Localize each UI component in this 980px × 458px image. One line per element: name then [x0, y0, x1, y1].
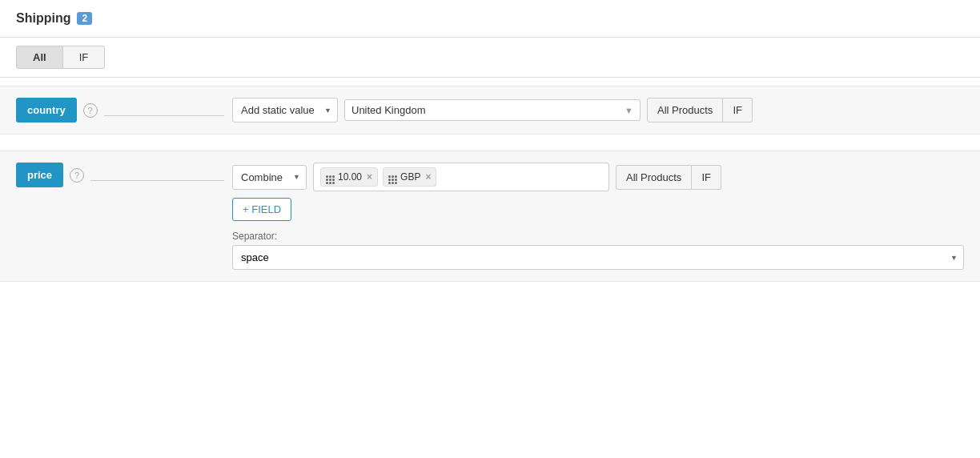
price-help-icon[interactable]: ?	[70, 168, 84, 183]
price-tags-area: 10.00 × GBP ×	[313, 163, 609, 191]
country-all-products-button[interactable]: All Products	[647, 98, 723, 123]
price-controls: Combine 10.00 ×	[232, 163, 964, 270]
price-separator-dropdown-wrapper: space comma dash none	[232, 245, 964, 270]
price-tag-gbp-icon	[388, 170, 397, 184]
price-separator-select[interactable]: space comma dash none	[232, 245, 964, 270]
country-label: country	[16, 98, 77, 123]
price-separator-label: Separator:	[232, 231, 964, 242]
price-tag-gbp-text: GBP	[400, 171, 420, 183]
country-if-button[interactable]: IF	[723, 98, 753, 123]
price-label-section: price ?	[16, 163, 224, 187]
price-tag-gbp: GBP ×	[383, 167, 436, 187]
price-label: price	[16, 163, 63, 187]
price-if-button[interactable]: IF	[692, 165, 721, 190]
country-top-controls: Add static value United Kingdom ▼ All Pr…	[232, 98, 964, 123]
country-connector-line	[104, 115, 224, 116]
price-connector-line	[90, 180, 224, 181]
price-tag-10-icon	[326, 170, 335, 184]
price-method-select[interactable]: Combine	[232, 165, 307, 190]
tab-all[interactable]: All	[16, 46, 63, 69]
price-separator-section: Separator: space comma dash none	[232, 231, 964, 270]
page-header: Shipping 2	[0, 0, 980, 38]
price-add-field-row: + FIELD	[232, 198, 964, 221]
country-controls: Add static value United Kingdom ▼ All Pr…	[232, 98, 964, 123]
price-all-products-button[interactable]: All Products	[616, 165, 692, 190]
price-tag-10-close[interactable]: ×	[367, 171, 372, 183]
price-action-group: All Products IF	[616, 165, 721, 190]
country-action-group: All Products IF	[647, 98, 753, 123]
tab-bar: All IF	[0, 38, 980, 78]
country-label-section: country ?	[16, 98, 224, 123]
page-badge: 2	[77, 12, 92, 25]
price-top-controls: Combine 10.00 ×	[232, 163, 964, 191]
country-help-icon[interactable]: ?	[83, 103, 98, 118]
country-rule-row: country ? Add static value United Kingdo…	[0, 86, 980, 135]
country-value-chevron: ▼	[625, 106, 633, 115]
country-value-text: United Kingdom	[351, 104, 620, 116]
price-add-field-button[interactable]: + FIELD	[232, 198, 291, 221]
price-tag-10-text: 10.00	[338, 171, 362, 183]
price-method-dropdown-wrapper: Combine	[232, 165, 307, 190]
page-title: Shipping	[16, 11, 70, 26]
price-tag-10: 10.00 ×	[320, 167, 378, 187]
country-method-dropdown-wrapper: Add static value	[232, 98, 338, 123]
country-value-area[interactable]: United Kingdom ▼	[344, 99, 641, 121]
price-tag-gbp-close[interactable]: ×	[425, 171, 431, 183]
price-rule-row: price ? Combine	[0, 151, 980, 282]
rules-area: country ? Add static value United Kingdo…	[0, 78, 980, 306]
tab-if[interactable]: IF	[63, 46, 106, 69]
country-method-select[interactable]: Add static value	[232, 98, 338, 123]
